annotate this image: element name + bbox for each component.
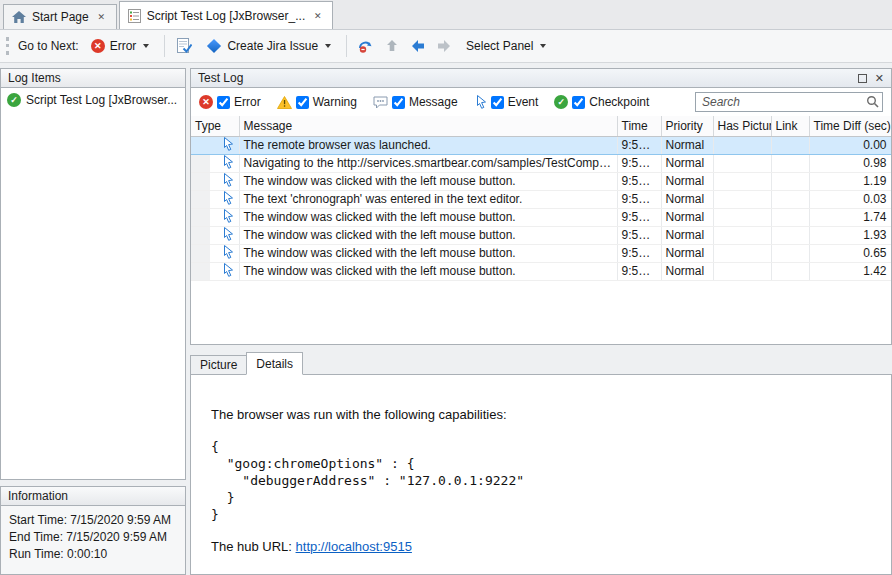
table-row[interactable]: The window was clicked with the left mou…	[191, 244, 891, 262]
tab-close-icon[interactable]	[311, 9, 324, 22]
row-message-cell: The text 'chronograph' was entered in th…	[239, 190, 617, 208]
row-priority-cell: Normal	[661, 208, 713, 226]
filter-label: Checkpoint	[589, 95, 649, 109]
table-row[interactable]: The text 'chronograph' was entered in th…	[191, 190, 891, 208]
close-panel-icon[interactable]: ✕	[875, 73, 884, 84]
row-priority-cell: Normal	[661, 154, 713, 172]
row-type-cell	[191, 208, 239, 226]
row-time-diff-cell: 0.03	[809, 190, 891, 208]
toolbar-grip[interactable]	[6, 37, 10, 55]
row-priority-cell: Normal	[661, 136, 713, 154]
row-type-cell	[191, 244, 239, 262]
row-priority-cell: Normal	[661, 262, 713, 280]
table-row[interactable]: Navigating to the http://services.smartb…	[191, 154, 891, 172]
tree-item-script-test-log[interactable]: Script Test Log [JxBrowser...	[5, 92, 181, 108]
error-icon	[91, 39, 105, 53]
table-row[interactable]: The window was clicked with the left mou…	[191, 172, 891, 190]
tab-label: Details	[256, 357, 293, 371]
col-type[interactable]: Type	[191, 116, 239, 136]
filter-checkpoint-checkbox[interactable]	[572, 96, 585, 109]
col-time-diff[interactable]: Time Diff (sec)	[809, 116, 891, 136]
table-row[interactable]: The window was clicked with the left mou…	[191, 262, 891, 280]
up-one-level-icon[interactable]	[382, 35, 402, 57]
filter-message[interactable]: Message	[373, 95, 458, 109]
select-panel-button[interactable]: Select Panel	[460, 35, 552, 57]
filter-event-checkbox[interactable]	[491, 96, 504, 109]
row-link-cell	[771, 262, 809, 280]
row-link-cell	[771, 226, 809, 244]
row-message-cell: The window was clicked with the left mou…	[239, 208, 617, 226]
hub-url-link[interactable]: http://localhost:9515	[296, 539, 412, 554]
main-toolbar: Go to Next: Error Create Jira Issue	[0, 30, 892, 63]
col-message[interactable]: Message	[239, 116, 617, 136]
event-cursor-icon	[221, 227, 234, 241]
col-time[interactable]: Time	[617, 116, 661, 136]
panel-controls: ✕	[858, 73, 884, 84]
row-message-cell: The window was clicked with the left mou…	[239, 226, 617, 244]
row-has-picture-cell	[713, 226, 771, 244]
table-row[interactable]: The remote browser was launched. 9:59:40…	[191, 136, 891, 154]
tab-start-page[interactable]: Start Page	[3, 4, 117, 29]
filter-warning[interactable]: Warning	[277, 95, 357, 109]
row-type-cell	[191, 154, 239, 172]
go-to-next-error-button[interactable]: Error	[85, 35, 156, 57]
forward-arrow-icon[interactable]	[434, 35, 454, 57]
row-priority-cell: Normal	[661, 244, 713, 262]
tab-picture[interactable]: Picture	[190, 355, 247, 375]
document-tabbar: Start Page Script Test Log [JxBrowser_..…	[0, 0, 892, 30]
filter-error[interactable]: Error	[199, 95, 261, 109]
row-link-cell	[771, 190, 809, 208]
back-arrow-icon[interactable]	[408, 35, 428, 57]
row-has-picture-cell	[713, 208, 771, 226]
tab-close-icon[interactable]	[95, 11, 108, 24]
search-input[interactable]	[695, 92, 883, 112]
home-icon	[12, 11, 26, 23]
select-panel-label: Select Panel	[466, 39, 533, 53]
table-row[interactable]: The window was clicked with the left mou…	[191, 208, 891, 226]
checkpoint-icon	[554, 95, 568, 109]
row-time-cell: 9:59:40	[617, 136, 661, 154]
float-panel-icon[interactable]	[858, 74, 867, 83]
tab-label: Start Page	[32, 10, 89, 24]
filter-label: Warning	[313, 95, 357, 109]
row-time-diff-cell: 0.00	[809, 136, 891, 154]
log-items-title: Log Items	[8, 71, 61, 85]
select-result-button[interactable]	[174, 35, 194, 57]
event-cursor-icon	[221, 155, 234, 169]
filter-message-checkbox[interactable]	[392, 96, 405, 109]
col-link[interactable]: Link	[771, 116, 809, 136]
log-table: Type Message Time Priority Has Picture L…	[191, 116, 892, 281]
table-row[interactable]: The window was clicked with the left mou…	[191, 226, 891, 244]
start-time-line: Start Time: 7/15/2020 9:59 AM	[9, 512, 177, 529]
col-priority[interactable]: Priority	[661, 116, 713, 136]
tab-script-test-log[interactable]: Script Test Log [JxBrowser_...	[119, 1, 334, 29]
row-time-cell: 9:59:42	[617, 190, 661, 208]
information-header: Information	[0, 486, 186, 506]
capabilities-code-block: { "goog:chromeOptions" : { "debuggerAddr…	[211, 438, 871, 523]
log-filterbar: Error Warning Message	[191, 88, 891, 116]
information-panel: Start Time: 7/15/2020 9:59 AM End Time: …	[0, 506, 186, 575]
warning-icon	[277, 96, 292, 109]
test-log-title: Test Log	[198, 71, 243, 85]
col-has-picture[interactable]: Has Picture	[713, 116, 771, 136]
row-message-cell: The window was clicked with the left mou…	[239, 172, 617, 190]
tab-details[interactable]: Details	[246, 352, 303, 375]
log-table-body: The remote browser was launched. 9:59:40…	[191, 136, 891, 280]
row-time-diff-cell: 1.74	[809, 208, 891, 226]
create-jira-issue-button[interactable]: Create Jira Issue	[200, 35, 337, 57]
row-message-cell: The remote browser was launched.	[239, 136, 617, 154]
row-link-cell	[771, 244, 809, 262]
filter-event[interactable]: Event	[474, 95, 539, 109]
row-has-picture-cell	[713, 154, 771, 172]
filter-error-checkbox[interactable]	[217, 96, 230, 109]
post-issue-icon[interactable]	[356, 35, 376, 57]
row-link-cell	[771, 154, 809, 172]
row-message-cell: Navigating to the http://services.smartb…	[239, 154, 617, 172]
filter-checkpoint[interactable]: Checkpoint	[554, 95, 649, 109]
run-time-line: Run Time: 0:00:10	[9, 546, 177, 563]
error-icon	[199, 95, 213, 109]
row-time-cell: 9:59:42	[617, 172, 661, 190]
search-box	[695, 92, 883, 112]
row-time-cell: 9:59:41	[617, 154, 661, 172]
filter-warning-checkbox[interactable]	[296, 96, 309, 109]
